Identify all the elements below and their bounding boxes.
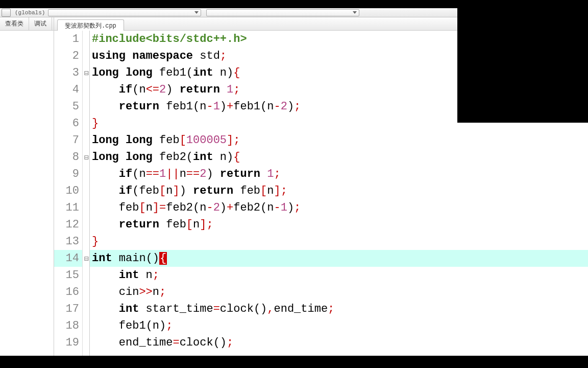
code-line[interactable]: int start_time=clock(),end_time;	[90, 301, 588, 317]
token-ident	[186, 185, 193, 197]
code-line[interactable]: feb1(n);	[90, 317, 588, 334]
line-number: 10	[54, 182, 82, 199]
code-line[interactable]: long long feb2(int n){	[90, 149, 588, 166]
token-ident: feb1	[159, 100, 193, 113]
member-dropdown[interactable]	[206, 9, 359, 16]
code-line[interactable]: if(feb[n]) return feb[n];	[90, 182, 588, 199]
cursor-matched-brace: {	[159, 252, 167, 265]
token-ident	[126, 50, 132, 62]
fold-toggle-icon[interactable]: ⊟	[83, 68, 89, 78]
token-ident: feb1	[92, 319, 146, 332]
token-brack: ]	[274, 185, 280, 197]
token-paren: )	[220, 336, 227, 349]
code-line[interactable]: long long feb[100005];	[90, 132, 588, 149]
line-number: 4	[54, 81, 82, 98]
token-ident	[173, 83, 179, 96]
token-ident	[260, 168, 267, 180]
token-red: ;	[166, 319, 173, 332]
line-number: 5	[54, 98, 82, 115]
token-ident: end_time	[92, 336, 173, 349]
token-paren: (	[132, 168, 139, 180]
token-brack: [	[186, 218, 193, 231]
token-paren: )	[206, 168, 213, 180]
line-number: 17	[54, 301, 82, 317]
line-number: 9	[54, 166, 82, 182]
token-red: }	[92, 235, 99, 248]
token-red: ;	[294, 201, 301, 214]
token-ident: end_time	[274, 303, 328, 315]
token-ident: feb	[159, 218, 186, 231]
line-number: 11	[54, 199, 82, 216]
code-line[interactable]: end_time=clock();	[90, 334, 588, 351]
code-line[interactable]: int n;	[90, 267, 588, 284]
token-num: 2	[213, 201, 220, 214]
token-preproc: #include<bits/stdc++.h>	[92, 33, 247, 45]
token-kw: namespace	[132, 50, 193, 62]
token-red: {	[233, 66, 240, 79]
token-red: ;	[159, 286, 166, 298]
token-brack: ]	[173, 185, 179, 197]
toolbar-icon[interactable]	[2, 9, 11, 17]
token-ident	[92, 185, 119, 197]
token-brack: [	[260, 185, 267, 197]
code-line[interactable]: int main(){	[90, 250, 588, 267]
fold-toggle-icon[interactable]: ⊟	[83, 254, 89, 264]
token-paren: (	[260, 100, 267, 113]
fold-toggle-icon[interactable]: ⊟	[83, 153, 89, 163]
black-overlay-bottom	[0, 356, 588, 368]
token-paren: (	[146, 319, 153, 332]
token-num: 100005	[186, 134, 227, 147]
token-ident: n	[139, 168, 145, 180]
side-tab-classview[interactable]: 查看类	[0, 17, 29, 30]
line-number: 15	[54, 267, 82, 284]
token-op: ||	[166, 168, 179, 180]
token-ident: n	[267, 185, 274, 197]
token-ident: n	[153, 286, 159, 298]
line-number: 8	[54, 149, 82, 166]
file-tab-active[interactable]: 斐波那契数列.cpp	[57, 19, 124, 31]
token-paren: (	[193, 201, 200, 214]
token-ident: feb2	[153, 151, 186, 164]
token-paren: )	[287, 201, 294, 214]
code-line[interactable]: cin>>n;	[90, 284, 588, 301]
token-ident: main	[112, 252, 146, 265]
token-paren: )	[159, 319, 166, 332]
chevron-down-icon	[353, 11, 357, 14]
token-ident: n	[139, 269, 152, 282]
token-kw: long	[92, 66, 119, 79]
token-ident: n	[146, 201, 153, 214]
code-line[interactable]: return feb[n];	[90, 216, 588, 233]
scope-dropdown[interactable]	[48, 9, 201, 16]
token-kw: long	[92, 151, 119, 164]
token-paren: (	[146, 252, 153, 265]
token-num: 2	[281, 100, 287, 113]
token-paren: )	[227, 151, 233, 164]
token-op: +	[227, 201, 233, 214]
token-op: =	[173, 336, 179, 349]
token-ident: start_time	[139, 303, 213, 315]
token-op: <=	[146, 83, 159, 96]
side-panel: 查看类 调试	[0, 17, 54, 368]
token-ident: clock	[220, 303, 254, 315]
token-ident	[119, 151, 126, 164]
line-number: 6	[54, 115, 82, 132]
token-kw: using	[92, 50, 126, 62]
token-kw: int	[119, 303, 139, 315]
line-number: 18	[54, 317, 82, 334]
token-ident	[92, 83, 119, 96]
token-op: =	[213, 303, 220, 315]
token-red: ;	[233, 83, 240, 96]
token-kw: long	[92, 134, 119, 147]
code-line[interactable]: if(n==1||n==2) return 1;	[90, 166, 588, 182]
token-red: ;	[206, 218, 213, 231]
token-brack: ]	[153, 201, 159, 214]
token-num: 1	[267, 168, 274, 180]
token-paren: )	[180, 185, 186, 197]
side-tab-debug[interactable]: 调试	[29, 17, 52, 30]
token-red: ;	[233, 134, 240, 147]
token-brack: [	[180, 134, 186, 147]
token-ident: feb1	[153, 66, 186, 79]
token-paren: )	[166, 83, 173, 96]
code-line[interactable]: feb[n]=feb2(n-2)+feb2(n-1);	[90, 199, 588, 216]
code-line[interactable]: }	[90, 233, 588, 250]
